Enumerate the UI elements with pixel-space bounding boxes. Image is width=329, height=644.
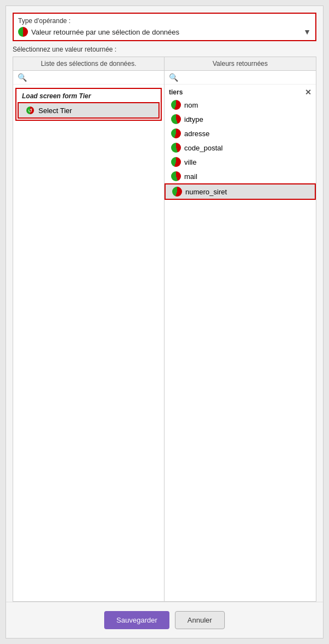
mail-label: mail xyxy=(184,172,197,181)
right-search-input[interactable] xyxy=(178,74,311,82)
type-label: Type d'opérande : xyxy=(18,17,311,25)
type-value-left: Valeur retournée par une sélection de do… xyxy=(18,27,179,37)
right-search-row: 🔍 xyxy=(164,71,316,85)
ville-icon xyxy=(171,157,181,167)
type-section: Type d'opérande : Valeur retournée par u… xyxy=(13,13,316,41)
cancel-button[interactable]: Annuler xyxy=(175,611,225,629)
footer: Sauvegarder Annuler xyxy=(6,602,323,638)
adresse-label: adresse xyxy=(184,130,209,138)
list-item-code-postal[interactable]: code_postal xyxy=(164,141,316,155)
right-group-label: tiers xyxy=(169,88,183,96)
right-search-icon: 🔍 xyxy=(169,73,178,82)
left-panel-content: Load screen form Tier Select Tier xyxy=(13,85,164,601)
numero-siret-label: numero_siret xyxy=(185,188,227,196)
asterisk-icon: ✕ xyxy=(305,88,311,97)
list-item-idtype[interactable]: idtype xyxy=(164,112,316,126)
right-panel-header: Valeurs retournées xyxy=(164,57,316,71)
idtype-icon xyxy=(171,114,181,124)
columns-container: Liste des sélections de données. 🔍 Load … xyxy=(13,57,316,602)
code-postal-icon xyxy=(171,143,181,153)
left-search-input[interactable] xyxy=(27,74,160,82)
left-group-box: Load screen form Tier Select Tier xyxy=(15,88,162,121)
type-dropdown-arrow[interactable]: ▼ xyxy=(303,27,311,36)
right-group-header: tiers ✕ xyxy=(164,86,316,98)
idtype-label: idtype xyxy=(184,115,203,124)
list-item-numero-siret[interactable]: numero_siret xyxy=(164,183,316,200)
right-panel-content: tiers ✕ nom idtype adresse xyxy=(164,85,316,601)
nom-icon xyxy=(171,100,181,110)
list-item-nom[interactable]: nom xyxy=(164,98,316,112)
left-group-header: Load screen form Tier xyxy=(18,90,160,102)
list-item-ville[interactable]: ville xyxy=(164,155,316,169)
type-value-row: Valeur retournée par une sélection de do… xyxy=(18,27,311,37)
select-tier-icon xyxy=(25,105,35,115)
left-panel-header: Liste des sélections de données. xyxy=(13,57,164,71)
left-search-row: 🔍 xyxy=(13,71,164,85)
nom-label: nom xyxy=(184,101,198,109)
right-panel: Valeurs retournées 🔍 tiers ✕ nom idtype xyxy=(164,57,316,601)
db-icon xyxy=(18,27,28,37)
left-panel: Liste des sélections de données. 🔍 Load … xyxy=(13,57,164,601)
type-value-text: Valeur retournée par une sélection de do… xyxy=(31,28,179,36)
mail-icon xyxy=(171,171,181,181)
ville-label: ville xyxy=(184,158,196,166)
left-search-icon: 🔍 xyxy=(18,73,27,82)
numero-siret-icon xyxy=(172,187,182,197)
list-item-select-tier[interactable]: Select Tier xyxy=(18,102,160,119)
adresse-icon xyxy=(171,128,181,138)
select-tier-label: Select Tier xyxy=(38,107,72,115)
save-button[interactable]: Sauvegarder xyxy=(104,611,169,629)
code-postal-label: code_postal xyxy=(184,144,223,152)
dialog: Type d'opérande : Valeur retournée par u… xyxy=(5,5,324,639)
list-item-adresse[interactable]: adresse xyxy=(164,126,316,141)
list-item-mail[interactable]: mail xyxy=(164,169,316,183)
select-label: Sélectionnez une valeur retournée : xyxy=(13,46,316,53)
